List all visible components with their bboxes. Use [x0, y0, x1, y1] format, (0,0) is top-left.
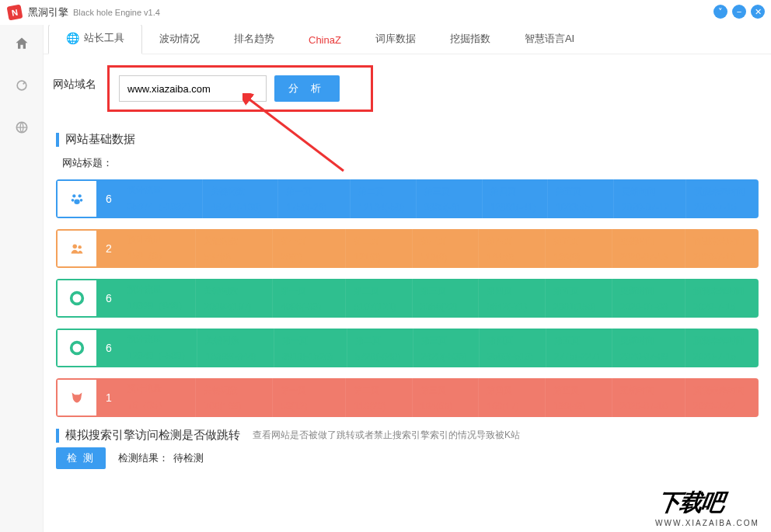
- rank-badge: 2: [98, 229, 120, 268]
- stat-cell: 第一页3913(-1526): [274, 329, 347, 367]
- stat-value: 198(49): [553, 401, 605, 412]
- stat-cell: 第四页144(0): [479, 229, 546, 268]
- stat-cell: 第四页3642(-71): [479, 279, 546, 318]
- window-minimize-button[interactable]: −: [732, 5, 746, 19]
- stat-header: 第三页: [424, 186, 476, 197]
- rail-home-icon[interactable]: [9, 31, 34, 56]
- stat-value: 3366(22): [420, 301, 473, 312]
- stat-header: 更新时间: [622, 186, 679, 197]
- stat-value: 1759(-28): [286, 202, 344, 213]
- tab-webmaster-tools[interactable]: 🌐站长工具: [48, 25, 142, 54]
- app-logo-icon: N: [7, 5, 23, 21]
- section-bar-icon: [56, 429, 59, 443]
- stat-value: 76（35）: [127, 399, 189, 412]
- stat-value: 2881(158): [553, 301, 605, 312]
- stats-row: 2预计流量150（0）关键词数537(0)第一页20(0)第二页121(0)第三…: [56, 229, 759, 268]
- svg-point-7: [73, 245, 78, 249]
- stat-cell: 第一页53(12): [273, 378, 346, 417]
- stat-value: 3642(-71): [487, 301, 539, 312]
- stat-value: 121(0): [354, 252, 406, 263]
- stat-header: 预测未来时间: [694, 186, 752, 197]
- svg-point-8: [78, 245, 81, 249]
- window-close-button[interactable]: ✕: [751, 5, 765, 19]
- engine-icon: [56, 179, 98, 218]
- stat-cell: 第三页184(68): [413, 378, 480, 417]
- section-detect: 模拟搜索引擎访问检测是否做跳转 查看网站是否被做了跳转或者禁止搜索引擎索引的情况…: [56, 428, 759, 443]
- stats-row: 6预计流量16399（966）关键词数20092(197)第一页4096(-33…: [56, 279, 759, 318]
- svg-point-3: [78, 194, 82, 197]
- rank-badge: 6: [98, 279, 120, 318]
- stat-header: 更新时间: [620, 384, 679, 396]
- stat-header: 预计流量: [127, 234, 189, 245]
- stats-row: 1预计流量76（35）关键词数708(169)第一页53(12)第二页113(2…: [56, 378, 759, 417]
- stat-header: 预测未来时间: [693, 384, 752, 396]
- left-rail: [0, 25, 44, 532]
- stat-value: 139(0): [553, 252, 605, 263]
- watermark-sub: WWW.XIAZAIBA.COM: [655, 519, 759, 527]
- tab-fluctuation[interactable]: 波动情况: [142, 25, 217, 54]
- stat-header: 第一页: [281, 285, 339, 297]
- stat-cell: 第四页3563(-513): [480, 329, 546, 367]
- tab-mining-index[interactable]: 挖掘指数: [433, 25, 508, 54]
- stat-cell: 第二页113(23): [346, 378, 413, 417]
- detect-title: 模拟搜索引擎访问检测是否做跳转: [65, 428, 240, 443]
- stat-value: 18399(-344): [205, 351, 267, 362]
- stat-value: 9335(-8): [424, 202, 476, 213]
- stat-value: 46444(-130): [211, 202, 271, 213]
- stat-cell: 第五页198(49): [546, 378, 612, 417]
- stat-header: 第二页: [354, 285, 406, 297]
- window-help-button[interactable]: ˅: [713, 5, 727, 19]
- stat-value: 5728(-640): [355, 351, 406, 362]
- watermark: 下载吧 WWW.XIAZAIBA.COM: [655, 487, 765, 527]
- stat-value: 12881(-41): [490, 202, 542, 213]
- stat-value: 2020-7-15: [693, 301, 752, 312]
- stat-header: 第三页: [420, 235, 473, 247]
- stat-cell: 更新时间2020-07-08: [612, 279, 686, 318]
- stat-cell: 关键词数708(169): [196, 378, 272, 417]
- tab-chinaz[interactable]: ChinaZ: [291, 26, 358, 54]
- stat-value: 20092(197): [204, 301, 265, 312]
- tab-ai[interactable]: 智慧语言AI: [508, 25, 591, 54]
- tab-keywords[interactable]: 词库数据: [358, 25, 433, 54]
- stat-cell: 预测未来时间2020-7-15: [686, 179, 759, 218]
- stat-value: 3563(-513): [487, 351, 539, 362]
- stat-header: 预测未来时间: [693, 235, 752, 247]
- detect-button[interactable]: 检 测: [56, 447, 106, 469]
- svg-point-10: [75, 296, 79, 301]
- stat-header: 第四页: [487, 235, 539, 247]
- stat-cell: 第三页9335(-8): [417, 179, 483, 218]
- stat-value: 2420(-536): [421, 351, 473, 362]
- stat-header: 预计流量: [127, 383, 189, 395]
- stat-value: 144(0): [487, 252, 539, 263]
- svg-point-6: [74, 199, 79, 203]
- svg-point-2: [72, 194, 75, 197]
- stat-value: 150（0）: [127, 250, 189, 263]
- stat-header: 第二页: [358, 186, 410, 197]
- rail-tools-icon[interactable]: [9, 73, 34, 98]
- stat-cell: 关键词数20092(197): [196, 279, 272, 318]
- stat-header: 第五页: [553, 285, 605, 297]
- domain-input-group: 分 析: [107, 65, 373, 112]
- stat-value: 184(68): [420, 401, 473, 412]
- domain-label: 网站域名: [53, 78, 96, 92]
- rank-badge: 6: [98, 329, 120, 367]
- engine-icon: [56, 279, 98, 318]
- stat-cell: 第三页113(0): [413, 229, 480, 268]
- section-bar-icon: [56, 133, 59, 147]
- stat-cell: 第二页5728(-640): [347, 329, 413, 367]
- stat-value: 3913(-1526): [282, 351, 340, 362]
- engine-icon: [56, 329, 98, 367]
- tab-ranking[interactable]: 排名趋势: [217, 25, 291, 54]
- stat-value: 16399（966）: [127, 300, 189, 313]
- stat-header: 第五页: [556, 186, 607, 197]
- stat-cell: 第一页1759(-28): [278, 179, 351, 218]
- tab-label: 站长工具: [84, 31, 124, 45]
- rail-globe-icon[interactable]: [9, 115, 34, 140]
- stat-header: 更新时间: [620, 285, 679, 297]
- stat-cell: 第一页20(0): [273, 229, 346, 268]
- domain-input[interactable]: [119, 75, 267, 102]
- stat-header: 关键词数: [204, 285, 265, 297]
- stat-value: 2020-07-09: [620, 351, 679, 362]
- analyze-button[interactable]: 分 析: [274, 75, 340, 102]
- stat-header: 关键词数: [211, 186, 271, 197]
